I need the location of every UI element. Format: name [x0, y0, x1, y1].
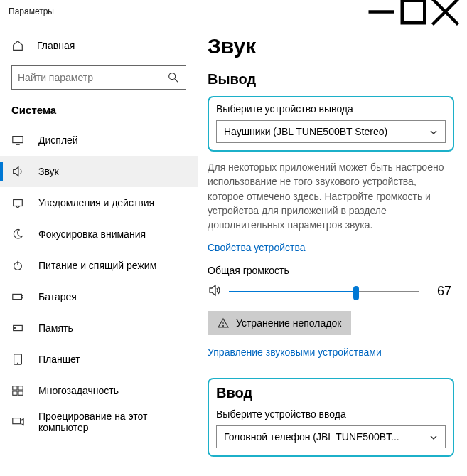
- page-title: Звук: [208, 34, 454, 58]
- device-properties-link[interactable]: Свойства устройства: [208, 242, 306, 253]
- sidebar-item-label: Проецирование на этот компьютер: [38, 411, 186, 433]
- manage-devices-link[interactable]: Управление звуковыми устройствами: [208, 347, 382, 358]
- svg-rect-6: [13, 137, 23, 143]
- tablet-icon: [11, 353, 24, 366]
- svg-rect-12: [21, 295, 23, 298]
- sidebar-item-tablet[interactable]: Планшет: [0, 344, 198, 375]
- main-content: Звук Вывод Выберите устройство вывода На…: [198, 23, 467, 476]
- svg-point-14: [15, 327, 16, 329]
- slider-thumb[interactable]: [353, 286, 359, 300]
- sidebar-item-label: Фокусировка внимания: [38, 228, 146, 240]
- troubleshoot-button[interactable]: Устранение неполадок: [208, 311, 351, 335]
- window-title: Параметры: [6, 6, 365, 16]
- chevron-down-icon: [429, 127, 438, 136]
- search-field[interactable]: [18, 72, 167, 83]
- storage-icon: [11, 322, 24, 334]
- volume-label: Общая громкость: [208, 265, 454, 276]
- volume-row: 67: [208, 283, 454, 300]
- power-icon: [11, 259, 24, 272]
- window-controls: [365, 1, 461, 22]
- battery-icon: [11, 290, 24, 303]
- sidebar-item-battery[interactable]: Батарея: [0, 281, 198, 312]
- output-device-select[interactable]: Наушники (JBL TUNE500BT Stereo): [216, 120, 446, 143]
- chevron-down-icon: [429, 433, 438, 441]
- nav-list: Дисплей Звук Уведомления и действия Фоку…: [0, 125, 198, 438]
- svg-rect-19: [13, 391, 17, 395]
- multitask-icon: [11, 384, 24, 397]
- input-device-select[interactable]: Головной телефон (JBL TUNE500BT...: [216, 425, 446, 448]
- sidebar-item-display[interactable]: Дисплей: [0, 125, 198, 156]
- troubleshoot-label: Устранение неполадок: [236, 317, 341, 329]
- input-device-group: Ввод Выберите устройство ввода Головной …: [208, 378, 454, 457]
- svg-point-23: [223, 326, 224, 327]
- minimize-button[interactable]: [365, 1, 397, 22]
- svg-line-5: [175, 79, 178, 83]
- sidebar-item-focus[interactable]: Фокусировка внимания: [0, 218, 198, 250]
- moon-icon: [11, 228, 24, 240]
- notification-icon: [11, 196, 24, 209]
- svg-rect-21: [13, 418, 21, 424]
- sidebar-item-power[interactable]: Питание и спящий режим: [0, 250, 198, 281]
- home-label: Главная: [37, 40, 75, 51]
- output-device-value: Наушники (JBL TUNE500BT Stereo): [224, 126, 387, 137]
- volume-value: 67: [426, 284, 454, 299]
- warning-icon: [218, 317, 229, 329]
- sidebar-item-sound[interactable]: Звук: [0, 156, 198, 187]
- titlebar: Параметры: [0, 0, 467, 23]
- slider-fill: [229, 291, 356, 292]
- sidebar: Главная Система Дисплей Звук Уведомления…: [0, 23, 198, 476]
- sidebar-item-label: Планшет: [38, 354, 80, 365]
- sidebar-item-notifications[interactable]: Уведомления и действия: [0, 187, 198, 218]
- search-input[interactable]: [11, 65, 186, 90]
- sidebar-item-label: Батарея: [38, 291, 77, 302]
- svg-rect-17: [13, 386, 17, 390]
- sidebar-item-label: Дисплей: [38, 134, 78, 146]
- svg-rect-1: [402, 0, 425, 23]
- project-icon: [11, 416, 24, 428]
- sidebar-item-label: Многозадачность: [38, 385, 119, 396]
- sidebar-item-label: Память: [38, 322, 73, 334]
- speaker-icon: [11, 165, 24, 178]
- close-button[interactable]: [429, 1, 461, 22]
- volume-slider[interactable]: [229, 285, 419, 299]
- svg-rect-20: [18, 391, 23, 395]
- input-device-value: Головной телефон (JBL TUNE500BT...: [224, 431, 399, 443]
- svg-rect-18: [18, 386, 23, 390]
- maximize-button[interactable]: [397, 1, 429, 22]
- sidebar-item-label: Питание и спящий режим: [38, 260, 156, 271]
- sidebar-item-storage[interactable]: Память: [0, 312, 198, 344]
- search-icon: [167, 71, 180, 84]
- display-icon: [11, 134, 24, 147]
- svg-rect-11: [13, 294, 22, 299]
- sidebar-item-multitask[interactable]: Многозадачность: [0, 375, 198, 406]
- svg-rect-8: [14, 200, 23, 206]
- sidebar-item-projecting[interactable]: Проецирование на этот компьютер: [0, 406, 198, 438]
- sidebar-item-label: Звук: [38, 166, 59, 177]
- home-link[interactable]: Главная: [0, 31, 198, 60]
- output-device-label: Выберите устройство вывода: [216, 103, 446, 115]
- volume-icon[interactable]: [208, 283, 222, 300]
- input-heading: Ввод: [216, 385, 446, 401]
- home-icon: [11, 39, 24, 52]
- section-title: Система: [0, 100, 198, 120]
- svg-point-4: [169, 73, 176, 80]
- output-device-group: Выберите устройство вывода Наушники (JBL…: [208, 96, 454, 152]
- output-heading: Вывод: [208, 71, 454, 88]
- sidebar-item-label: Уведомления и действия: [38, 197, 154, 208]
- output-description: Для некоторых приложений может быть наст…: [208, 160, 454, 232]
- input-device-label: Выберите устройство ввода: [216, 408, 446, 420]
